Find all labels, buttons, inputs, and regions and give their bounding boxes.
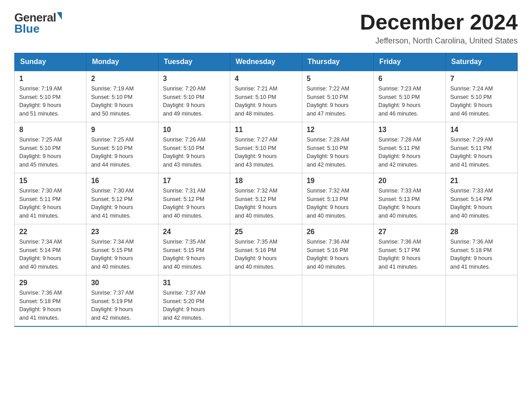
- daylight-label: Daylight: 9 hours: [91, 204, 133, 210]
- daylight-label: Daylight: 9 hours: [450, 102, 493, 108]
- sunset-label: Sunset: 5:12 PM: [91, 196, 132, 202]
- daylight-label: Daylight: 9 hours: [91, 255, 133, 261]
- calendar-day-cell: 6 Sunrise: 7:23 AM Sunset: 5:10 PM Dayli…: [374, 71, 446, 122]
- daylight-minutes: and 40 minutes.: [91, 264, 131, 270]
- calendar-day-cell: 3 Sunrise: 7:20 AM Sunset: 5:10 PM Dayli…: [158, 71, 230, 122]
- daylight-label: Daylight: 9 hours: [163, 204, 205, 210]
- day-number: 25: [235, 228, 297, 236]
- sunrise-label: Sunrise: 7:19 AM: [19, 86, 62, 92]
- daylight-label: Daylight: 9 hours: [235, 204, 277, 210]
- sunrise-label: Sunrise: 7:26 AM: [163, 137, 206, 143]
- location-text: Jefferson, North Carolina, United States: [360, 36, 518, 46]
- daylight-minutes: and 40 minutes.: [235, 213, 275, 219]
- sunset-label: Sunset: 5:10 PM: [235, 145, 276, 151]
- sunrise-label: Sunrise: 7:30 AM: [91, 188, 133, 194]
- sunrise-label: Sunrise: 7:34 AM: [91, 239, 133, 245]
- calendar-day-cell: 31 Sunrise: 7:37 AM Sunset: 5:20 PM Dayl…: [158, 275, 230, 326]
- sunset-label: Sunset: 5:13 PM: [378, 196, 420, 202]
- sunset-label: Sunset: 5:19 PM: [91, 298, 132, 304]
- calendar-day-cell: 25 Sunrise: 7:35 AM Sunset: 5:16 PM Dayl…: [230, 224, 302, 275]
- calendar-day-cell: 7 Sunrise: 7:24 AM Sunset: 5:10 PM Dayli…: [446, 71, 517, 122]
- logo: General Blue: [14, 11, 62, 36]
- calendar-day-cell: 12 Sunrise: 7:28 AM Sunset: 5:10 PM Dayl…: [302, 122, 373, 173]
- calendar-day-cell: 10 Sunrise: 7:26 AM Sunset: 5:10 PM Dayl…: [158, 122, 230, 173]
- calendar-day-cell: 27 Sunrise: 7:36 AM Sunset: 5:17 PM Dayl…: [374, 224, 446, 275]
- daylight-label: Daylight: 9 hours: [450, 153, 493, 159]
- day-number: 7: [450, 75, 513, 83]
- sunset-label: Sunset: 5:15 PM: [91, 247, 132, 253]
- daylight-minutes: and 43 minutes.: [163, 162, 203, 168]
- sunset-label: Sunset: 5:10 PM: [91, 145, 132, 151]
- daylight-minutes: and 40 minutes.: [307, 264, 347, 270]
- daylight-minutes: and 51 minutes.: [19, 111, 59, 117]
- day-of-week-header-wednesday: Wednesday: [230, 53, 302, 71]
- sunrise-label: Sunrise: 7:24 AM: [450, 86, 493, 92]
- sunset-label: Sunset: 5:10 PM: [163, 145, 204, 151]
- daylight-label: Daylight: 9 hours: [163, 255, 205, 261]
- day-info: Sunrise: 7:28 AM Sunset: 5:10 PM Dayligh…: [307, 136, 369, 169]
- calendar-day-cell: 18 Sunrise: 7:32 AM Sunset: 5:12 PM Dayl…: [230, 173, 302, 224]
- sunrise-label: Sunrise: 7:36 AM: [450, 239, 493, 245]
- daylight-label: Daylight: 9 hours: [91, 306, 133, 313]
- calendar-week-row: 29 Sunrise: 7:36 AM Sunset: 5:18 PM Dayl…: [15, 275, 518, 326]
- daylight-label: Daylight: 9 hours: [450, 204, 493, 210]
- day-number: 30: [91, 279, 153, 287]
- daylight-minutes: and 43 minutes.: [235, 162, 275, 168]
- logo-blue-text: Blue: [14, 22, 39, 36]
- sunrise-label: Sunrise: 7:28 AM: [307, 137, 349, 143]
- day-info: Sunrise: 7:22 AM Sunset: 5:10 PM Dayligh…: [307, 85, 369, 118]
- daylight-minutes: and 42 minutes.: [163, 315, 203, 321]
- calendar-day-cell: 4 Sunrise: 7:21 AM Sunset: 5:10 PM Dayli…: [230, 71, 302, 122]
- day-of-week-header-saturday: Saturday: [446, 53, 517, 71]
- sunrise-label: Sunrise: 7:21 AM: [235, 86, 277, 92]
- day-info: Sunrise: 7:25 AM Sunset: 5:10 PM Dayligh…: [19, 136, 82, 169]
- sunset-label: Sunset: 5:13 PM: [307, 196, 348, 202]
- calendar-day-cell: 14 Sunrise: 7:29 AM Sunset: 5:11 PM Dayl…: [446, 122, 517, 173]
- day-of-week-header-tuesday: Tuesday: [158, 53, 230, 71]
- day-number: 26: [307, 228, 369, 236]
- day-number: 3: [163, 75, 225, 83]
- days-of-week-row: SundayMondayTuesdayWednesdayThursdayFrid…: [15, 53, 518, 71]
- sunset-label: Sunset: 5:10 PM: [307, 94, 348, 100]
- calendar-day-cell: 8 Sunrise: 7:25 AM Sunset: 5:10 PM Dayli…: [15, 122, 86, 173]
- sunrise-label: Sunrise: 7:37 AM: [91, 290, 133, 296]
- title-section: December 2024 Jefferson, North Carolina,…: [360, 11, 518, 46]
- calendar-week-row: 22 Sunrise: 7:34 AM Sunset: 5:14 PM Dayl…: [15, 224, 518, 275]
- day-info: Sunrise: 7:35 AM Sunset: 5:15 PM Dayligh…: [163, 238, 225, 271]
- calendar-day-cell: 9 Sunrise: 7:25 AM Sunset: 5:10 PM Dayli…: [86, 122, 158, 173]
- daylight-minutes: and 41 minutes.: [378, 264, 418, 270]
- day-info: Sunrise: 7:35 AM Sunset: 5:16 PM Dayligh…: [235, 238, 297, 271]
- day-info: Sunrise: 7:23 AM Sunset: 5:10 PM Dayligh…: [378, 85, 441, 118]
- day-number: 18: [235, 177, 297, 185]
- daylight-minutes: and 40 minutes.: [235, 264, 275, 270]
- sunrise-label: Sunrise: 7:37 AM: [163, 290, 206, 296]
- daylight-label: Daylight: 9 hours: [235, 153, 277, 159]
- sunset-label: Sunset: 5:10 PM: [91, 94, 132, 100]
- daylight-label: Daylight: 9 hours: [378, 153, 420, 159]
- sunrise-label: Sunrise: 7:25 AM: [91, 137, 133, 143]
- day-number: 21: [450, 177, 513, 185]
- daylight-label: Daylight: 9 hours: [163, 153, 205, 159]
- sunrise-label: Sunrise: 7:27 AM: [235, 137, 277, 143]
- page-header: General Blue December 2024 Jefferson, No…: [14, 11, 518, 46]
- calendar-day-cell: [374, 275, 446, 326]
- daylight-label: Daylight: 9 hours: [19, 204, 61, 210]
- daylight-minutes: and 46 minutes.: [450, 111, 490, 117]
- day-info: Sunrise: 7:30 AM Sunset: 5:12 PM Dayligh…: [91, 187, 153, 220]
- day-number: 22: [19, 228, 82, 236]
- calendar-day-cell: 28 Sunrise: 7:36 AM Sunset: 5:18 PM Dayl…: [446, 224, 517, 275]
- sunrise-label: Sunrise: 7:35 AM: [163, 239, 206, 245]
- sunrise-label: Sunrise: 7:34 AM: [19, 239, 62, 245]
- daylight-minutes: and 42 minutes.: [91, 315, 131, 321]
- day-info: Sunrise: 7:32 AM Sunset: 5:12 PM Dayligh…: [235, 187, 297, 220]
- day-number: 29: [19, 279, 82, 287]
- daylight-label: Daylight: 9 hours: [307, 153, 349, 159]
- day-info: Sunrise: 7:28 AM Sunset: 5:11 PM Dayligh…: [378, 136, 441, 169]
- daylight-minutes: and 40 minutes.: [163, 264, 203, 270]
- sunset-label: Sunset: 5:10 PM: [307, 145, 348, 151]
- sunrise-label: Sunrise: 7:23 AM: [378, 86, 421, 92]
- day-number: 12: [307, 126, 369, 134]
- sunset-label: Sunset: 5:10 PM: [163, 94, 204, 100]
- calendar-day-cell: 20 Sunrise: 7:33 AM Sunset: 5:13 PM Dayl…: [374, 173, 446, 224]
- calendar-day-cell: 16 Sunrise: 7:30 AM Sunset: 5:12 PM Dayl…: [86, 173, 158, 224]
